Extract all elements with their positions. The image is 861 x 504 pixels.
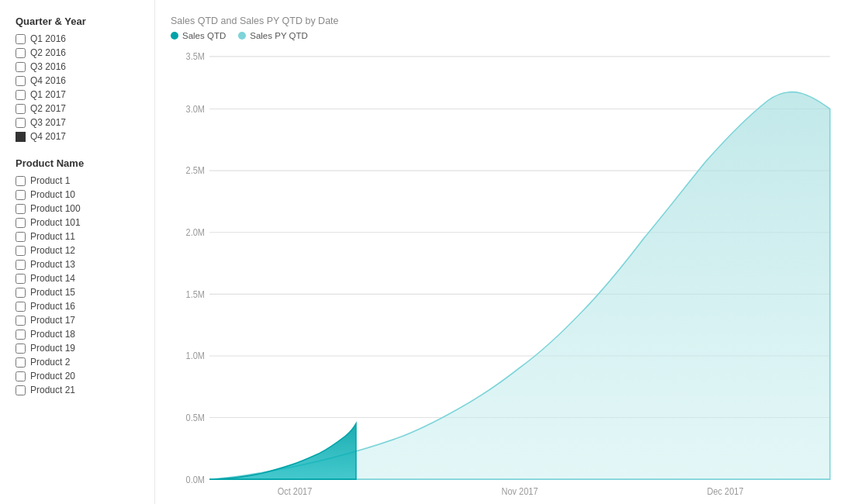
quarter-label-1: Q2 2016 — [30, 47, 66, 58]
product-checkbox-8[interactable] — [16, 288, 26, 298]
y-label-15: 1.5M — [186, 289, 205, 299]
product-checkbox-7[interactable] — [16, 274, 26, 284]
legend-item-sales-py-qtd: Sales PY QTD — [238, 31, 308, 40]
quarter-checkbox-1[interactable] — [16, 48, 26, 58]
y-label-10: 1.0M — [186, 351, 205, 361]
product-item-12[interactable]: Product 19 — [16, 343, 147, 354]
x-label-dec: Dec 2017 — [707, 486, 743, 496]
product-checkbox-5[interactable] — [16, 246, 26, 256]
quarter-checkbox-6[interactable] — [16, 118, 26, 128]
product-item-14[interactable]: Product 20 — [16, 371, 147, 381]
y-label-05: 0.5M — [186, 413, 205, 423]
quarter-item-2[interactable]: Q3 2016 — [16, 61, 147, 72]
product-item-13[interactable]: Product 2 — [16, 357, 147, 368]
legend-dot-sales-qtd — [171, 32, 178, 40]
legend-item-sales-qtd: Sales QTD — [171, 31, 226, 40]
chart-area: Sales QTD and Sales PY QTD by Date Sales… — [155, 0, 861, 504]
quarter-item-4[interactable]: Q1 2017 — [16, 89, 147, 100]
product-checkbox-11[interactable] — [16, 330, 26, 340]
product-section-title: Product Name — [16, 157, 147, 169]
quarter-label-5: Q2 2017 — [30, 103, 66, 114]
product-checkbox-1[interactable] — [16, 190, 26, 200]
product-checkbox-6[interactable] — [16, 260, 26, 270]
product-checkbox-10[interactable] — [16, 316, 26, 326]
quarter-checkbox-0[interactable] — [16, 34, 26, 44]
product-item-3[interactable]: Product 101 — [16, 217, 147, 228]
product-label-15: Product 21 — [30, 385, 75, 395]
product-label-14: Product 20 — [30, 371, 75, 381]
product-checkbox-9[interactable] — [16, 302, 26, 312]
y-label-35: 3.5M — [186, 52, 205, 62]
product-label-6: Product 13 — [30, 259, 75, 270]
product-label-12: Product 19 — [30, 343, 75, 354]
product-label-5: Product 12 — [30, 245, 75, 256]
product-checkbox-0[interactable] — [16, 176, 26, 186]
chart-svg-wrapper: 3.5M 3.0M 2.5M 2.0M 1.5M 1.0M 0.5M 0.0M — [171, 48, 838, 496]
quarter-label-0: Q1 2016 — [30, 33, 66, 44]
product-item-8[interactable]: Product 15 — [16, 287, 147, 298]
product-item-5[interactable]: Product 12 — [16, 245, 147, 256]
chart-title: Sales QTD and Sales PY QTD by Date — [171, 16, 838, 26]
product-label-10: Product 17 — [30, 315, 75, 326]
quarter-item-3[interactable]: Q4 2016 — [16, 75, 147, 86]
product-item-10[interactable]: Product 17 — [16, 315, 147, 326]
product-item-4[interactable]: Product 11 — [16, 231, 147, 242]
quarter-label-4: Q1 2017 — [30, 89, 66, 100]
quarter-label-6: Q3 2017 — [30, 117, 66, 128]
product-checkbox-15[interactable] — [16, 385, 26, 395]
x-label-nov: Nov 2017 — [501, 486, 538, 496]
quarter-checkbox-selected-7[interactable] — [16, 132, 26, 142]
quarter-label-7: Q4 2017 — [30, 131, 66, 142]
product-label-8: Product 15 — [30, 287, 75, 298]
product-label-11: Product 18 — [30, 329, 75, 340]
quarter-section-title: Quarter & Year — [16, 16, 147, 27]
chart-svg: 3.5M 3.0M 2.5M 2.0M 1.5M 1.0M 0.5M 0.0M — [171, 48, 838, 496]
chart-legend: Sales QTD Sales PY QTD — [171, 31, 838, 40]
product-checkbox-12[interactable] — [16, 343, 26, 354]
legend-label-sales-qtd: Sales QTD — [182, 31, 226, 40]
product-item-0[interactable]: Product 1 — [16, 175, 147, 186]
quarter-checkbox-4[interactable] — [16, 90, 26, 100]
y-label-25: 2.5M — [186, 166, 205, 176]
product-label-1: Product 10 — [30, 189, 75, 200]
product-item-7[interactable]: Product 14 — [16, 273, 147, 284]
quarter-item-7[interactable]: Q4 2017 — [16, 131, 147, 142]
product-label-3: Product 101 — [30, 217, 81, 228]
quarter-checkbox-5[interactable] — [16, 104, 26, 114]
product-checkbox-4[interactable] — [16, 232, 26, 242]
sidebar: Quarter & Year Q1 2016 Q2 2016 Q3 2016 Q… — [0, 0, 155, 504]
quarter-item-6[interactable]: Q3 2017 — [16, 117, 147, 128]
y-label-20: 2.0M — [186, 228, 205, 238]
product-label-13: Product 2 — [30, 357, 70, 368]
product-label-4: Product 11 — [30, 231, 75, 242]
quarter-label-3: Q4 2016 — [30, 75, 66, 86]
quarter-checkbox-3[interactable] — [16, 76, 26, 86]
product-filter-section: Product Name Product 1 Product 10 Produc… — [16, 157, 147, 395]
product-checkbox-3[interactable] — [16, 218, 26, 228]
quarter-filter-section: Quarter & Year Q1 2016 Q2 2016 Q3 2016 Q… — [16, 16, 147, 142]
product-item-9[interactable]: Product 16 — [16, 301, 147, 312]
product-label-2: Product 100 — [30, 203, 81, 214]
legend-label-sales-py-qtd: Sales PY QTD — [250, 31, 308, 40]
product-item-11[interactable]: Product 18 — [16, 329, 147, 340]
quarter-checkbox-2[interactable] — [16, 62, 26, 72]
y-label-30: 3.0M — [186, 104, 205, 114]
product-checkbox-13[interactable] — [16, 357, 26, 368]
product-checkbox-2[interactable] — [16, 204, 26, 214]
quarter-label-2: Q3 2016 — [30, 61, 66, 72]
sales-qtd-area — [209, 423, 356, 479]
sales-py-qtd-area — [209, 92, 830, 480]
quarter-item-1[interactable]: Q2 2016 — [16, 47, 147, 58]
product-item-1[interactable]: Product 10 — [16, 189, 147, 200]
product-item-2[interactable]: Product 100 — [16, 203, 147, 214]
product-label-7: Product 14 — [30, 273, 75, 284]
x-label-oct: Oct 2017 — [278, 486, 313, 496]
legend-dot-sales-py-qtd — [238, 32, 246, 40]
product-item-6[interactable]: Product 13 — [16, 259, 147, 270]
quarter-item-0[interactable]: Q1 2016 — [16, 33, 147, 44]
quarter-item-5[interactable]: Q2 2017 — [16, 103, 147, 114]
product-label-9: Product 16 — [30, 301, 75, 312]
product-item-15[interactable]: Product 21 — [16, 385, 147, 395]
product-checkbox-14[interactable] — [16, 371, 26, 381]
product-label-0: Product 1 — [30, 175, 70, 186]
